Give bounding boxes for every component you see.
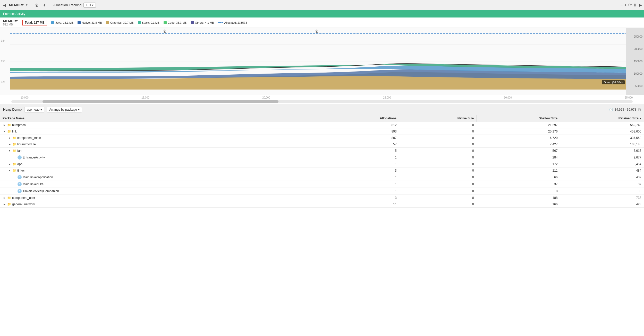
x-label-15k: 15,000: [141, 96, 149, 99]
legend-graphics-label: Graphics: 39.7 MB: [110, 21, 134, 24]
pause-button[interactable]: ⏸: [633, 3, 637, 7]
cell-shallow: 8: [477, 188, 560, 195]
heap-table-container[interactable]: Package Name Allocations Native Size Sha…: [0, 115, 644, 336]
col-shallow-size[interactable]: Shallow Size: [477, 115, 560, 122]
heap-toolbar-right: 🕐 34.923 - 36.978 ⊟: [609, 108, 641, 112]
chart-scrollbar[interactable]: [11, 100, 633, 103]
collapse-btn[interactable]: ▼: [8, 169, 11, 172]
cell-alloc: 893: [322, 128, 399, 135]
folder-icon: 📁: [12, 169, 16, 172]
cell-alloc: 1: [322, 174, 399, 181]
heap-dropdown[interactable]: app heap ▾: [24, 107, 44, 112]
cell-alloc: 5: [322, 148, 399, 154]
cell-retained: 2,677: [560, 154, 644, 161]
legend-java-dot: [51, 21, 54, 24]
table-row[interactable]: ▶ 📁 bumptech 812 0 21,297 562,740: [0, 122, 644, 128]
legend-graphics: Graphics: 39.7 MB: [106, 21, 134, 24]
collapse-btn[interactable]: ▼: [8, 149, 11, 153]
forward-button[interactable]: ▶: [639, 3, 642, 7]
cell-shallow: 284: [477, 154, 560, 161]
cell-alloc: 1: [322, 154, 399, 161]
cell-native: 0: [399, 181, 477, 188]
svg-text:🗑: 🗑: [315, 29, 319, 33]
table-row[interactable]: ▶ 📁 app 1 0 172 3,454: [0, 161, 644, 167]
col-retained-size[interactable]: Retained Size ▾: [560, 115, 644, 122]
x-label-10k: 10,000: [21, 96, 29, 99]
col-package-name[interactable]: Package Name: [0, 115, 322, 122]
table-row[interactable]: ▶ 📁 general_network 11 0 166 423: [0, 201, 644, 208]
expand-btn[interactable]: ▶: [3, 196, 6, 200]
cell-native: 0: [399, 148, 477, 154]
expand-btn[interactable]: ▶: [3, 202, 6, 206]
table-row[interactable]: ▶ 📁 component_main 807 0 16,720 337,552: [0, 135, 644, 141]
cell-alloc: 3: [322, 195, 399, 201]
back-button[interactable]: ◀: [2, 2, 7, 8]
zoom-out-button[interactable]: −: [620, 3, 623, 7]
save-button[interactable]: ⬇: [42, 2, 47, 8]
expand-btn[interactable]: ▶: [3, 123, 6, 127]
cell-shallow: 111: [477, 167, 560, 174]
legend-others-dot: [191, 21, 194, 24]
allocation-value: Full: [86, 3, 91, 7]
legend-others: Others: 4.1 MB: [191, 21, 214, 24]
legend-allocated-label: Allocated: 233573: [224, 21, 247, 24]
table-row[interactable]: C MainTinkerApplication 1 0 66 439: [0, 174, 644, 181]
table-row[interactable]: ▼ 📁 fan 5 0 567 6,615: [0, 148, 644, 154]
filter-icon[interactable]: ⊟: [638, 108, 641, 112]
sync-button[interactable]: ⟳: [628, 3, 632, 7]
heap-table: Package Name Allocations Native Size Sha…: [0, 115, 644, 208]
legend-native: Native: 31.8 MB: [78, 21, 102, 24]
cell-native: 0: [399, 154, 477, 161]
table-row[interactable]: C EntranceActivity 1 0 284 2,677: [0, 154, 644, 161]
y-right-250k: 250000: [628, 35, 642, 38]
table-row[interactable]: C MainTinkerLike 1 0 37 37: [0, 181, 644, 188]
cell-alloc: 57: [322, 141, 399, 148]
pkg-name-text: link: [12, 130, 17, 133]
cell-alloc: 1: [322, 161, 399, 167]
memory-title: MEMORY: [3, 19, 18, 23]
allocation-dropdown-arrow: ▾: [92, 3, 94, 7]
table-row[interactable]: ▼ 📁 tinker 3 0 111 484: [0, 167, 644, 174]
class-icon: C: [18, 175, 22, 179]
table-row[interactable]: C TinkerService$Companion 1 0 8 8: [0, 188, 644, 195]
pkg-name-text: MainTinkerApplication: [23, 175, 53, 179]
col-native-size[interactable]: Native Size: [399, 115, 477, 122]
arrange-dropdown-arrow: ▾: [78, 108, 80, 111]
zoom-in-button[interactable]: +: [624, 3, 627, 7]
cell-name: ▶ 📁 librarymodule: [0, 141, 322, 148]
expand-btn[interactable]: ▶: [8, 143, 11, 146]
time-range: 34.923 - 36.978: [615, 108, 636, 111]
memory-chart[interactable]: 384 256 128 250000 200000 150000 100000 …: [0, 28, 644, 95]
cell-retained: 8: [560, 188, 644, 195]
toolbar-dropdown-arrow[interactable]: ▾: [26, 3, 28, 7]
cell-shallow: 16,720: [477, 135, 560, 141]
cell-retained: 108,145: [560, 141, 644, 148]
pkg-name-text: librarymodule: [17, 143, 36, 146]
legend-native-dot: [78, 21, 81, 24]
cell-shallow: 188: [477, 195, 560, 201]
cell-retained: 3,454: [560, 161, 644, 167]
collapse-btn[interactable]: ▼: [3, 130, 6, 133]
col-allocations[interactable]: Allocations: [322, 115, 399, 122]
allocation-dropdown[interactable]: Full ▾: [83, 3, 96, 8]
expand-btn[interactable]: ▶: [8, 136, 11, 140]
main-toolbar: ◀ MEMORY ▾ 🗑 ⬇ Allocation Tracking Full …: [0, 0, 644, 10]
x-label-30k: 30,000: [504, 96, 512, 99]
heap-dump-title: Heap Dump: [3, 108, 22, 111]
expand-btn[interactable]: ▶: [8, 162, 11, 166]
y-axis-right: 250000 200000 150000 100000 50000: [626, 28, 644, 95]
chart-scrollbar-thumb[interactable]: [43, 100, 279, 103]
cell-retained: 6,615: [560, 148, 644, 154]
legend-stack-dot: [138, 21, 141, 24]
cell-retained: 37: [560, 181, 644, 188]
table-row[interactable]: ▶ 📁 librarymodule 57 0 7,427 108,145: [0, 141, 644, 148]
cell-native: 0: [399, 128, 477, 135]
arrange-dropdown[interactable]: Arrange by package ▾: [47, 107, 82, 112]
pkg-name-text: bumptech: [12, 123, 26, 127]
allocation-label: Allocation Tracking: [53, 3, 81, 7]
cell-alloc: 11: [322, 201, 399, 208]
table-row[interactable]: ▶ 📁 component_user 3 0 188 733: [0, 195, 644, 201]
table-row[interactable]: ▼ 📁 link 893 0 25,176 453,600: [0, 128, 644, 135]
delete-button[interactable]: 🗑: [34, 2, 40, 8]
cell-shallow: 21,297: [477, 122, 560, 128]
